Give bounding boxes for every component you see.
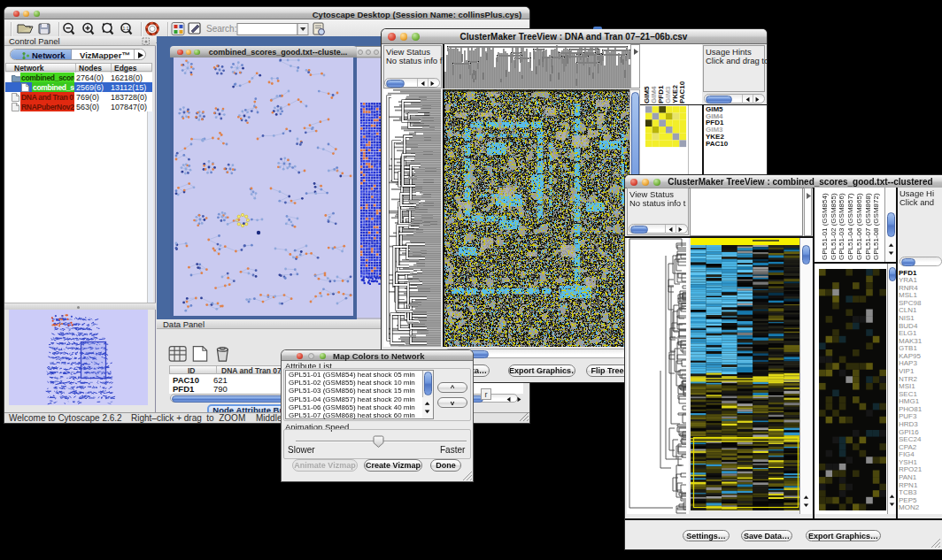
svg-text:1:1: 1:1	[123, 26, 129, 31]
svg-text:Search:: Search:	[206, 24, 236, 34]
